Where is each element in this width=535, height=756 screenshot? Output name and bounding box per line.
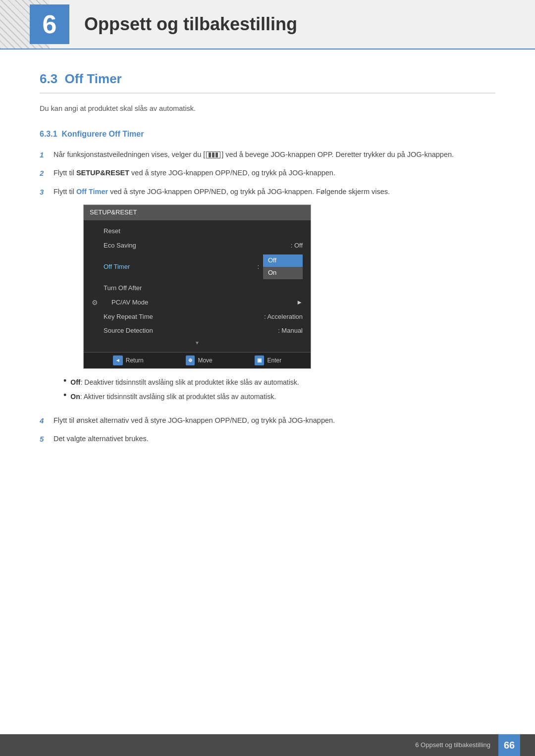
step-3: 3 Flytt til Off Timer ved å styre JOG-kn… — [40, 186, 495, 408]
step-1: 1 Når funksjonstastveiledningen vises, v… — [40, 149, 495, 161]
main-content: 6.3 Off Timer Du kan angi at produktet s… — [0, 50, 535, 492]
menu-row-turn-off-after: Turn Off After — [84, 281, 311, 296]
dropdown-option-on: On — [263, 267, 303, 279]
menu-screenshot: SETUP&RESET Reset Eco Saving Off — [83, 204, 311, 369]
section-title: 6.3 Off Timer — [40, 69, 495, 94]
arrow-icon: ► — [296, 298, 303, 308]
menu-footer: ◄ Return ⊕ Move ▣ Enter — [84, 352, 311, 368]
menu-icon — [206, 151, 220, 158]
chapter-number: 6 — [30, 4, 69, 44]
menu-body: Reset Eco Saving Off Off Timer : — [84, 220, 311, 352]
bullet-on: • On: Aktiver tidsinnstilt avslåing slik… — [63, 391, 495, 402]
dropdown: Off On — [263, 254, 303, 279]
bullet-list: • Off: Deaktiver tidsinnstilt avslåing s… — [63, 377, 495, 402]
menu-row-pcav-mode: ⚙ PC/AV Mode ► — [84, 296, 311, 310]
page-number: 66 — [498, 734, 520, 756]
step-5: 5 Det valgte alternativet brukes. — [40, 433, 495, 445]
step-4: 4 Flytt til ønsket alternativ ved å styr… — [40, 415, 495, 427]
step-2: 2 Flytt til SETUP&RESET ved å styre JOG-… — [40, 167, 495, 179]
menu-row-off-timer: Off Timer : Off On — [84, 252, 311, 281]
steps-list: 1 Når funksjonstastveiledningen vises, v… — [40, 149, 495, 445]
footer-return: ◄ Return — [113, 355, 144, 365]
page-footer: 6 Oppsett og tilbakestilling 66 — [0, 734, 535, 756]
menu-row-key-repeat-time: Key Repeat Time Acceleration — [84, 310, 311, 324]
bullet-off: • Off: Deaktiver tidsinnstilt avslåing s… — [63, 377, 495, 388]
chapter-title: Oppsett og tilbakestilling — [84, 14, 297, 34]
footer-enter: ▣ Enter — [255, 355, 281, 365]
menu-title-bar: SETUP&RESET — [84, 205, 311, 220]
menu-row-reset: Reset — [84, 224, 311, 239]
dropdown-option-off: Off — [263, 254, 303, 267]
menu-row-source-detection: Source Detection Manual — [84, 324, 311, 338]
gear-icon: ⚙ — [92, 297, 98, 308]
menu-row-eco-saving: Eco Saving Off — [84, 239, 311, 253]
chapter-header: 6 Oppsett og tilbakestilling — [0, 0, 535, 50]
footer-move: ⊕ Move — [186, 355, 212, 365]
section-intro: Du kan angi at produktet skal slås av au… — [40, 103, 495, 114]
subsection-title: 6.3.1 Konfigurere Off Timer — [40, 128, 495, 140]
scroll-indicator: ▼ — [84, 338, 311, 348]
